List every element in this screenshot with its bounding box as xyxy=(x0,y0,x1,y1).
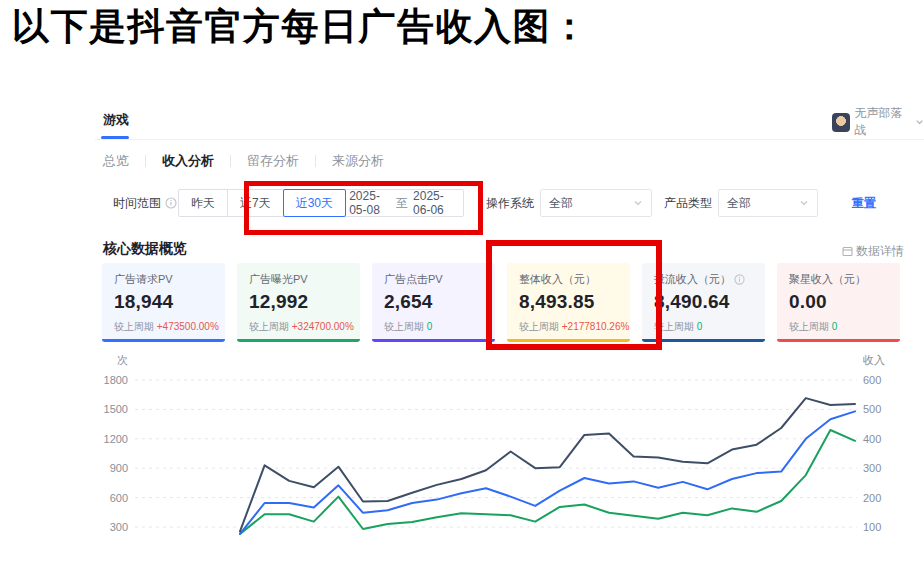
tab-revenue[interactable]: 收入分析 xyxy=(162,152,214,170)
metric-card-delta: 较上周期 0 xyxy=(384,320,483,334)
metric-card-value: 12,992 xyxy=(249,291,348,313)
chevron-down-icon xyxy=(633,198,643,208)
tab-separator xyxy=(230,155,231,167)
left-axis-tick: 1800 xyxy=(104,374,128,386)
product-type-select[interactable]: 全部 xyxy=(718,189,818,217)
time-range-label: 时间范围 xyxy=(113,189,177,217)
metric-card-4[interactable]: 整体收入（元）8,493.85较上周期 +2177810.26% xyxy=(507,263,630,342)
metric-card-2[interactable]: 广告曝光PV12,992较上周期 +324700.00% xyxy=(237,263,360,342)
metric-card-accent-bar xyxy=(372,339,495,342)
tab-retention[interactable]: 留存分析 xyxy=(247,152,299,170)
user-avatar xyxy=(832,113,850,132)
left-axis-tick: 900 xyxy=(110,462,128,474)
metric-card-accent-bar xyxy=(507,339,630,342)
metric-card-3[interactable]: 广告点击PV2,654较上周期 0 xyxy=(372,263,495,342)
os-label: 操作系统 xyxy=(486,189,534,217)
metric-card-delta: 较上周期 +2177810.26% xyxy=(519,320,618,334)
tab-separator xyxy=(315,155,316,167)
os-select[interactable]: 全部 xyxy=(540,189,652,217)
info-icon xyxy=(734,274,745,285)
metric-card-value: 0.00 xyxy=(789,291,888,313)
product-type-label: 产品类型 xyxy=(664,189,712,217)
date-end-value: 2025-06-06 xyxy=(413,189,455,217)
right-axis-tick: 300 xyxy=(863,462,881,474)
info-icon xyxy=(165,197,177,209)
time-range-button-last7[interactable]: 近7天 xyxy=(227,189,284,217)
analysis-tabs: 总览收入分析留存分析来源分析 xyxy=(103,152,384,170)
nav-item-games-label: 游戏 xyxy=(103,112,129,127)
dark-navy-line xyxy=(240,398,855,531)
metric-card-title: 投流收入（元） xyxy=(654,272,753,287)
metric-card-delta: 较上周期 0 xyxy=(789,320,888,334)
product-type-select-value: 全部 xyxy=(727,195,751,212)
screenshot-root: 以下是抖音官方每日广告收入图： 游戏 无声部落战 总览收入分析留存分析来源分析 … xyxy=(0,0,924,584)
time-range-button-yesterday[interactable]: 昨天 xyxy=(178,189,228,217)
metric-card-title: 整体收入（元） xyxy=(519,272,618,287)
os-select-value: 全部 xyxy=(549,195,573,212)
user-menu[interactable]: 无声部落战 xyxy=(832,105,924,139)
metric-card-1[interactable]: 广告请求PV18,944较上周期 +473500.00% xyxy=(102,263,225,342)
tab-overview[interactable]: 总览 xyxy=(103,152,129,170)
metric-card-delta: 较上周期 0 xyxy=(654,320,753,334)
metric-card-value: 8,490.64 xyxy=(654,291,753,313)
page-title: 以下是抖音官方每日广告收入图： xyxy=(12,2,590,52)
metric-card-value: 2,654 xyxy=(384,291,483,313)
metric-card-accent-bar xyxy=(642,339,765,342)
right-axis-tick: 200 xyxy=(863,492,881,504)
date-start-value: 2025-05-08 xyxy=(349,189,391,217)
metric-card-accent-bar xyxy=(777,339,900,342)
left-axis-tick: 1200 xyxy=(104,433,128,445)
left-axis-unit: 次 xyxy=(117,354,128,366)
reset-button[interactable]: 重置 xyxy=(852,195,876,212)
date-to-label: 至 xyxy=(396,195,408,212)
chevron-down-icon xyxy=(915,117,924,127)
metric-card-value: 18,944 xyxy=(114,291,213,313)
metric-card-delta: 较上周期 +324700.00% xyxy=(249,320,348,334)
time-range-button-group: 昨天近7天近30天 xyxy=(178,189,346,217)
green-line xyxy=(240,430,855,534)
metric-card-6[interactable]: 聚星收入（元）0.00较上周期 0 xyxy=(777,263,900,342)
left-axis-tick: 600 xyxy=(110,492,128,504)
data-detail-icon xyxy=(842,246,853,257)
metric-card-title: 广告点击PV xyxy=(384,272,483,287)
right-axis-tick: 100 xyxy=(863,521,881,533)
left-axis-tick: 1500 xyxy=(104,403,128,415)
right-axis-tick: 600 xyxy=(863,374,881,386)
data-detail-link[interactable]: 数据详情 xyxy=(842,243,904,260)
metric-card-title: 广告请求PV xyxy=(114,272,213,287)
chevron-down-icon xyxy=(799,198,809,208)
metric-card-title: 广告曝光PV xyxy=(249,272,348,287)
metric-card-accent-bar xyxy=(102,339,225,342)
right-axis-tick: 400 xyxy=(863,433,881,445)
date-range-input[interactable]: 2025-05-08 至 2025-06-06 xyxy=(327,189,464,217)
right-axis-unit: 收入 xyxy=(863,354,885,366)
filter-bar: 时间范围 昨天近7天近30天 2025-05-08 至 2025-06-06 操… xyxy=(0,189,924,217)
tab-source[interactable]: 来源分析 xyxy=(332,152,384,170)
time-range-button-last30[interactable]: 近30天 xyxy=(283,189,346,217)
header-divider xyxy=(95,139,924,140)
metric-card-title: 聚星收入（元） xyxy=(789,272,888,287)
metric-card-value: 8,493.85 xyxy=(519,291,618,313)
daily-revenue-line-chart: 次收入1800600150050012004009003006002003001… xyxy=(95,352,924,584)
nav-item-games[interactable]: 游戏 xyxy=(103,111,129,129)
tab-separator xyxy=(145,155,146,167)
metric-card-5[interactable]: 投流收入（元）8,490.64较上周期 0 xyxy=(642,263,765,342)
user-name: 无声部落战 xyxy=(855,105,910,139)
section-title-core-data: 核心数据概览 xyxy=(103,240,187,258)
metric-card-delta: 较上周期 +473500.00% xyxy=(114,320,213,334)
metric-card-accent-bar xyxy=(237,339,360,342)
right-axis-tick: 500 xyxy=(863,403,881,415)
left-axis-tick: 300 xyxy=(110,521,128,533)
